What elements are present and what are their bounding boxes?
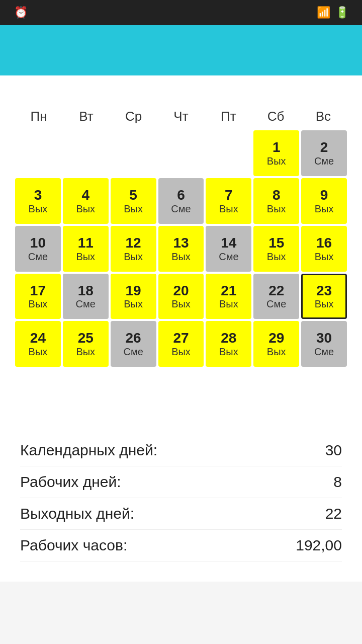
calendar-cell[interactable]: 7Вых <box>206 178 251 224</box>
calendar-cell <box>63 369 109 415</box>
calendar-icon[interactable] <box>326 46 334 54</box>
calendar-cell[interactable]: 5Вых <box>111 178 156 224</box>
cell-day-label: Вых <box>219 346 238 357</box>
cell-day-label: Сме <box>219 251 238 262</box>
calendar-cell[interactable]: 13Вых <box>158 226 204 272</box>
calendar-grid: 1Вых2Сме3Вых4Вых5Вых6Сме7Вых8Вых9Вых10См… <box>15 130 347 415</box>
stat-value: 8 <box>333 473 342 491</box>
calendar-cell[interactable]: 6Сме <box>158 178 204 224</box>
cell-day-number: 28 <box>221 331 236 346</box>
weekday-label: Вт <box>62 106 110 127</box>
calendar-cell[interactable]: 1Вых <box>253 130 299 176</box>
calendar-cell[interactable]: 10Сме <box>15 226 61 272</box>
calendar-cell[interactable]: 20Вых <box>158 274 204 319</box>
calendar-cell[interactable]: 8Вых <box>253 178 299 224</box>
calendar-cell[interactable]: 29Вых <box>253 321 299 367</box>
cell-day-label: Сме <box>123 346 143 357</box>
cell-day-label: Вых <box>219 298 238 309</box>
cell-day-label: Вых <box>124 203 143 214</box>
calendar-cell[interactable]: 18Сме <box>63 274 109 319</box>
calendar-cell[interactable]: 28Вых <box>206 321 251 367</box>
cell-day-label: Сме <box>314 155 334 167</box>
calendar-cell[interactable]: 19Вых <box>111 274 156 319</box>
cell-day-number: 24 <box>30 331 46 346</box>
cell-day-number: 15 <box>268 235 284 251</box>
calendar-cell <box>158 130 204 176</box>
calendar: ПнВтСрЧтПтСбВс 1Вых2Сме3Вых4Вых5Вых6Сме7… <box>10 106 352 415</box>
cell-day-number: 16 <box>316 235 332 251</box>
calendar-cell <box>253 369 299 415</box>
cell-day-number: 19 <box>126 283 141 299</box>
calendar-cell[interactable]: 9Вых <box>301 178 347 224</box>
cell-day-number: 25 <box>78 331 94 346</box>
calendar-cell[interactable]: 27Вых <box>158 321 204 367</box>
stat-row: Выходных дней:22 <box>20 498 342 530</box>
cell-day-label: Вых <box>267 251 286 262</box>
content: ПнВтСрЧтПтСбВс 1Вых2Сме3Вых4Вых5Вых6Сме7… <box>0 75 362 582</box>
weekday-label: Пн <box>15 106 62 127</box>
calendar-cell[interactable]: 15Вых <box>253 226 299 272</box>
cell-day-number: 14 <box>221 235 236 251</box>
calendar-cell[interactable]: 22Сме <box>253 274 299 319</box>
calendar-cell[interactable]: 25Вых <box>63 321 109 367</box>
cell-day-label: Вых <box>267 346 286 357</box>
cell-day-number: 22 <box>268 283 284 299</box>
stat-row: Рабочих дней:8 <box>20 466 342 498</box>
stat-value: 30 <box>325 442 342 459</box>
cell-day-label: Вых <box>171 346 191 357</box>
cell-day-label: Вых <box>267 203 286 214</box>
cell-day-number: 20 <box>173 283 189 299</box>
cell-day-label: Вых <box>29 203 48 214</box>
signal-icon: 📶 <box>317 6 330 19</box>
cell-day-number: 4 <box>81 188 89 203</box>
more-icon[interactable] <box>344 46 352 54</box>
cell-day-number: 2 <box>320 140 328 155</box>
calendar-cell[interactable]: 17Вых <box>15 274 61 319</box>
weekday-label: Вс <box>300 106 347 127</box>
calendar-cell[interactable]: 23Вых <box>301 274 347 319</box>
weekdays-row: ПнВтСрЧтПтСбВс <box>15 106 347 127</box>
cell-day-label: Вых <box>315 203 334 214</box>
calendar-cell <box>158 369 204 415</box>
menu-icon[interactable] <box>10 46 18 54</box>
calendar-cell[interactable]: 2Сме <box>301 130 347 176</box>
toolbar <box>0 25 362 75</box>
calendar-cell[interactable]: 30Сме <box>301 321 347 367</box>
calendar-cell[interactable]: 3Вых <box>15 178 61 224</box>
cell-day-number: 12 <box>126 235 141 251</box>
weekday-label: Пт <box>205 106 252 127</box>
cell-day-label: Вых <box>315 298 334 309</box>
cell-day-label: Вых <box>124 298 143 309</box>
status-bar: ⏰ 📶 🔋 <box>0 0 362 25</box>
status-right: 📶 🔋 <box>317 6 354 19</box>
cell-day-number: 23 <box>316 283 332 299</box>
cell-day-number: 29 <box>268 331 284 346</box>
cell-day-number: 26 <box>126 331 141 346</box>
cell-day-number: 6 <box>177 188 185 203</box>
calendar-cell[interactable]: 14Сме <box>206 226 251 272</box>
stats-section: Календарных дней:30Рабочих дней:8Выходны… <box>10 415 352 572</box>
calendar-cell <box>111 130 156 176</box>
calendar-cell[interactable]: 12Вых <box>111 226 156 272</box>
cell-day-label: Сме <box>171 203 191 214</box>
calendar-cell[interactable]: 16Вых <box>301 226 347 272</box>
calendar-cell[interactable]: 11Вых <box>63 226 109 272</box>
stat-value: 22 <box>325 505 342 522</box>
stat-label: Рабочих дней: <box>20 473 121 491</box>
calendar-cell[interactable]: 24Вых <box>15 321 61 367</box>
battery-icon: 🔋 <box>335 6 349 19</box>
cell-day-number: 30 <box>316 331 332 346</box>
cell-day-label: Вых <box>219 203 238 214</box>
cell-day-number: 11 <box>78 235 94 251</box>
cell-day-label: Сме <box>76 298 96 309</box>
cell-day-number: 7 <box>225 188 233 203</box>
calendar-cell[interactable]: 21Вых <box>206 274 251 319</box>
cell-day-number: 13 <box>173 235 189 251</box>
calendar-cell[interactable]: 4Вых <box>63 178 109 224</box>
calendar-cell[interactable]: 26Сме <box>111 321 156 367</box>
stat-label: Рабочих часов: <box>20 537 127 554</box>
stat-row: Рабочих часов:192,00 <box>20 530 342 561</box>
calendar-cell <box>15 130 61 176</box>
cell-day-label: Вых <box>171 298 191 309</box>
calendar-cell <box>301 369 347 415</box>
